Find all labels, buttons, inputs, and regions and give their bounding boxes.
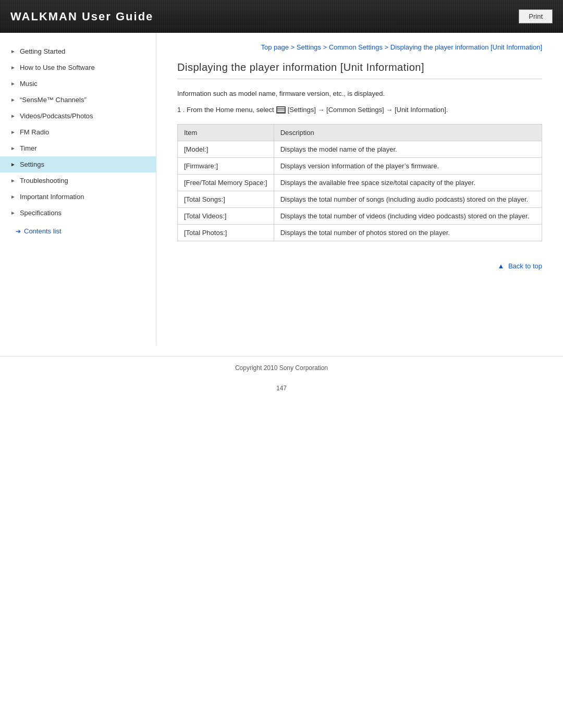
sidebar-arrow-icon: ► xyxy=(10,162,16,167)
sidebar-item-settings[interactable]: ►Settings xyxy=(0,156,156,172)
sidebar-arrow-icon: ► xyxy=(10,178,16,183)
back-to-top-triangle-icon: ▲ xyxy=(497,262,504,270)
table-cell-description: Displays version information of the play… xyxy=(274,158,542,175)
table-row: [Free/Total Memory Space:]Displays the a… xyxy=(178,175,542,191)
contents-list-arrow-icon: ➔ xyxy=(16,228,21,235)
sidebar-arrow-icon: ► xyxy=(10,81,16,87)
sidebar-item-label: Settings xyxy=(20,161,44,168)
breadcrumb-separator-2: > xyxy=(323,43,328,51)
page-number: 147 xyxy=(0,379,563,397)
sidebar-item-fm-radio[interactable]: ►FM Radio xyxy=(0,124,156,140)
print-button[interactable]: Print xyxy=(519,9,553,23)
sidebar-item-getting-started[interactable]: ►Getting Started xyxy=(0,43,156,59)
sidebar-item-specifications[interactable]: ►Specifications xyxy=(0,205,156,221)
sidebar-item-label: Music xyxy=(20,80,38,88)
table-row: [Model:]Displays the model name of the p… xyxy=(178,141,542,158)
contents-list-label: Contents list xyxy=(24,227,62,235)
sidebar-arrow-icon: ► xyxy=(10,113,16,119)
page-description: Information such as model name, firmware… xyxy=(177,90,542,97)
instruction-prefix: 1 . From the Home menu, select xyxy=(177,106,274,114)
header-title: WALKMAN User Guide xyxy=(10,10,153,23)
sidebar-item-label: Specifications xyxy=(20,209,62,217)
table-row: [Firmware:]Displays version information … xyxy=(178,158,542,175)
breadcrumb-common-settings[interactable]: Common Settings xyxy=(329,43,383,51)
content-area: Top page > Settings > Common Settings > … xyxy=(156,33,563,346)
sidebar-item-label: Timer xyxy=(20,144,37,152)
sidebar-item-troubleshooting[interactable]: ►Troubleshooting xyxy=(0,172,156,189)
breadcrumb-separator-1: > xyxy=(291,43,297,51)
sidebar-item-label: How to Use the Software xyxy=(20,64,95,71)
table-cell-description: Displays the model name of the player. xyxy=(274,141,542,158)
page-title: Displaying the player information [Unit … xyxy=(177,61,542,79)
table-row: [Total Songs:]Displays the total number … xyxy=(178,191,542,208)
back-to-top-row: ▲ Back to top xyxy=(177,257,542,275)
sidebar-item-label: Important Information xyxy=(20,193,84,201)
sidebar-arrow-icon: ► xyxy=(10,194,16,200)
table-cell-item: [Model:] xyxy=(178,141,274,158)
breadcrumb-top-page[interactable]: Top page xyxy=(261,43,289,51)
instruction-suffix: [Settings] → [Common Settings] → [Unit I… xyxy=(288,106,448,114)
sidebar-item-how-to-use-the-software[interactable]: ►How to Use the Software xyxy=(0,59,156,76)
sidebar-item-label: Getting Started xyxy=(20,47,65,55)
sidebar-item-label: “SensMe™ Channels” xyxy=(20,96,87,104)
table-cell-item: [Total Songs:] xyxy=(178,191,274,208)
sidebar-item-music[interactable]: ►Music xyxy=(0,76,156,92)
sidebar-item--sensme-channels-[interactable]: ►“SensMe™ Channels” xyxy=(0,92,156,108)
sidebar-item-important-information[interactable]: ►Important Information xyxy=(0,189,156,205)
breadcrumb: Top page > Settings > Common Settings > … xyxy=(177,43,542,51)
sidebar-item-label: Videos/Podcasts/Photos xyxy=(20,112,93,120)
back-to-top-link[interactable]: ▲ Back to top xyxy=(497,262,542,270)
footer: Copyright 2010 Sony Corporation xyxy=(0,356,563,379)
sidebar-item-videos-podcasts-photos[interactable]: ►Videos/Podcasts/Photos xyxy=(0,108,156,124)
breadcrumb-separator-3: > xyxy=(385,43,390,51)
back-to-top-label: Back to top xyxy=(508,262,542,270)
table-row: [Total Photos:]Displays the total number… xyxy=(178,225,542,241)
main-layout: ►Getting Started►How to Use the Software… xyxy=(0,33,563,346)
table-cell-description: Displays the total number of songs (incl… xyxy=(274,191,542,208)
table-cell-item: [Total Videos:] xyxy=(178,208,274,225)
table-cell-item: [Free/Total Memory Space:] xyxy=(178,175,274,191)
sidebar-item-label: Troubleshooting xyxy=(20,177,68,184)
sidebar-arrow-icon: ► xyxy=(10,145,16,151)
sidebar-item-label: FM Radio xyxy=(20,128,49,136)
contents-list-link[interactable]: ➔ Contents list xyxy=(0,221,156,239)
sidebar-arrow-icon: ► xyxy=(10,48,16,54)
table-header-item: Item xyxy=(178,125,274,141)
settings-icon xyxy=(276,106,286,114)
header: WALKMAN User Guide Print xyxy=(0,0,563,33)
sidebar: ►Getting Started►How to Use the Software… xyxy=(0,33,156,346)
table-cell-description: Displays the total number of photos stor… xyxy=(274,225,542,241)
table-cell-item: [Total Photos:] xyxy=(178,225,274,241)
sidebar-arrow-icon: ► xyxy=(10,97,16,103)
footer-copyright: Copyright 2010 Sony Corporation xyxy=(8,364,555,372)
sidebar-arrow-icon: ► xyxy=(10,210,16,216)
table-header-description: Description xyxy=(274,125,542,141)
table-cell-description: Displays the available free space size/t… xyxy=(274,175,542,191)
table-row: [Total Videos:]Displays the total number… xyxy=(178,208,542,225)
table-cell-item: [Firmware:] xyxy=(178,158,274,175)
breadcrumb-current[interactable]: Displaying the player information [Unit … xyxy=(390,43,542,51)
info-table: Item Description [Model:]Displays the mo… xyxy=(177,124,542,241)
sidebar-arrow-icon: ► xyxy=(10,65,16,70)
breadcrumb-settings[interactable]: Settings xyxy=(297,43,321,51)
instruction: 1 . From the Home menu, select [Settings… xyxy=(177,106,542,114)
sidebar-item-timer[interactable]: ►Timer xyxy=(0,140,156,156)
sidebar-arrow-icon: ► xyxy=(10,129,16,135)
table-cell-description: Displays the total number of videos (inc… xyxy=(274,208,542,225)
